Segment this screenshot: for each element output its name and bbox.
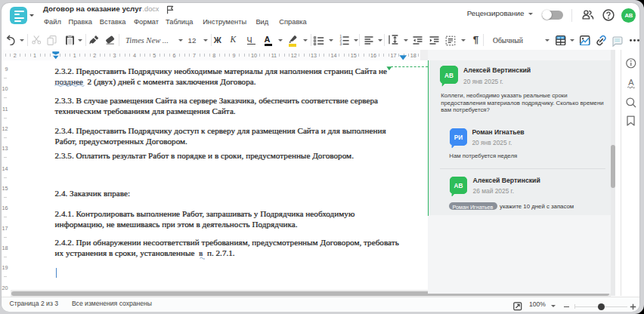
svg-text:АВ: АВ [444,72,454,79]
svg-text:АВ: АВ [454,183,463,189]
svg-text:А: А [628,78,634,87]
svg-text:РИ: РИ [454,134,463,141]
svg-text:3: 3 [339,42,342,45]
